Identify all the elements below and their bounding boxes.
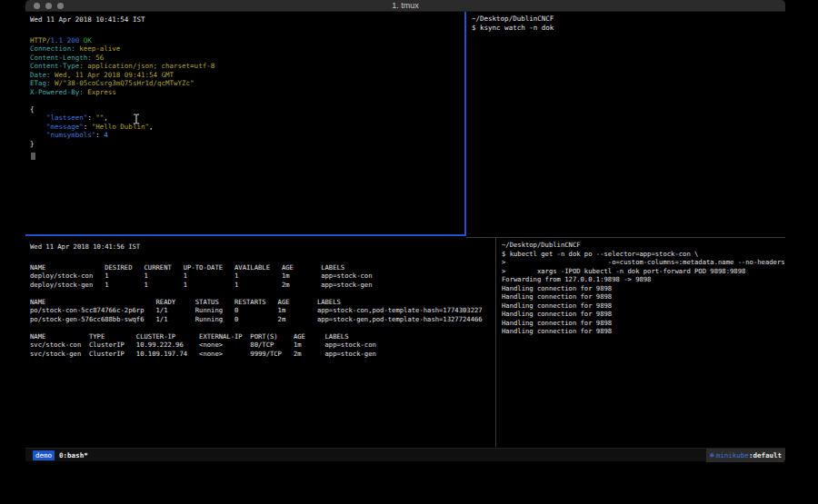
json-entry: "numsymbols": 4 bbox=[30, 131, 464, 140]
pane-port-forward[interactable]: ~/Desktop/DublinCNCF $ kubectl get -n do… bbox=[496, 238, 785, 447]
json-entry: "lastseen": "", bbox=[30, 114, 464, 123]
json-close-brace: } bbox=[30, 140, 464, 149]
cwd-line: ~/Desktop/DublinCNCF bbox=[472, 15, 785, 24]
json-open-brace: { bbox=[30, 105, 464, 114]
http-header-line: X-Powered-By: Express bbox=[30, 88, 464, 97]
tmux-session: Wed 11 Apr 2018 10:41:54 IST HTTP/1.1 20… bbox=[25, 12, 785, 463]
text-cursor-pointer-icon bbox=[133, 114, 140, 127]
terminal-cursor bbox=[31, 153, 35, 160]
services-table: NAME TYPE CLUSTER-IP EXTERNAL-IP PORT(S)… bbox=[30, 332, 495, 359]
http-header-line: Date: Wed, 11 Apr 2018 09:41:54 GMT bbox=[30, 71, 464, 80]
http-header-line: ETag: W/"38-05coCsrg3mQ75sHr1d/qcMTwYZc" bbox=[30, 79, 464, 88]
deployments-table: NAME DESIRED CURRENT UP-TO-DATE AVAILABL… bbox=[30, 263, 495, 290]
http-header-line: Content-Length: 56 bbox=[30, 54, 464, 63]
tmux-status-bar: demo 0:bash* ☸ minikube :default bbox=[25, 448, 785, 461]
port-forward-output: ~/Desktop/DublinCNCF $ kubectl get -n do… bbox=[502, 241, 785, 336]
kubernetes-helm-icon: ☸ bbox=[710, 449, 714, 462]
window-tab-bash[interactable]: 0:bash* bbox=[59, 449, 88, 462]
session-name-badge: demo bbox=[33, 450, 55, 460]
window-title: 1. tmux bbox=[25, 1, 785, 10]
http-header-line: Content-Type: application/json; charset=… bbox=[30, 62, 464, 71]
timestamp-line: Wed 11 Apr 2018 10:41:54 IST bbox=[30, 15, 464, 25]
kube-context-badge: ☸ minikube :default bbox=[706, 449, 785, 462]
timestamp-line: Wed 11 Apr 2018 10:41:56 IST bbox=[30, 242, 495, 252]
pane-http-response[interactable]: Wed 11 Apr 2018 10:41:54 IST HTTP/1.1 20… bbox=[25, 12, 464, 234]
pane-ksync[interactable]: ~/Desktop/DublinCNCF $ ksync watch -n do… bbox=[466, 12, 785, 234]
http-status-line: HTTP/1.1 200 OK bbox=[30, 36, 464, 45]
pane-kubectl-resources[interactable]: Wed 11 Apr 2018 10:41:56 IST NAME DESIRE… bbox=[25, 236, 495, 447]
http-header-line: Connection: keep-alive bbox=[30, 44, 464, 54]
kube-namespace: :default bbox=[749, 449, 782, 462]
json-entry: "message": "Hello Dublin", bbox=[30, 123, 464, 132]
window-titlebar: 1. tmux bbox=[25, 0, 785, 12]
kube-context-name: minikube bbox=[716, 449, 749, 462]
command-line: $ ksync watch -n dok bbox=[472, 24, 785, 33]
pods-table: NAME READY STATUS RESTARTS AGE LABELS po… bbox=[30, 298, 495, 324]
terminal-window: 1. tmux Wed 11 Apr 2018 10:41:54 IST HTT… bbox=[25, 0, 785, 463]
